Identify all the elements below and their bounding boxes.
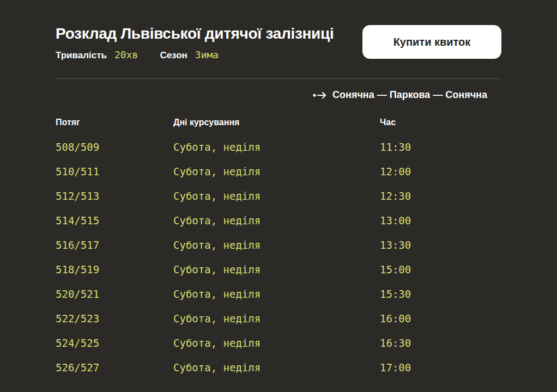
running-days: Субота, неділя bbox=[173, 264, 380, 275]
table-header-row: Потяг Дні курсування Час bbox=[56, 110, 501, 134]
schedule-table: Потяг Дні курсування Час 508/509 Субота,… bbox=[56, 110, 501, 379]
train-number: 522/523 bbox=[56, 313, 173, 324]
train-number: 510/511 bbox=[56, 166, 173, 177]
train-number: 526/527 bbox=[56, 362, 173, 373]
duration-label: Тривалість bbox=[56, 50, 107, 61]
table-row: 520/521 Субота, неділя 15:30 bbox=[56, 281, 501, 306]
departure-time: 12:00 bbox=[380, 166, 501, 177]
divider bbox=[56, 78, 501, 79]
table-row: 510/511 Субота, неділя 12:00 bbox=[56, 159, 501, 183]
running-days: Субота, неділя bbox=[173, 239, 380, 251]
train-number: 524/525 bbox=[56, 337, 173, 349]
meta-line: Тривалість 20хв Сезон Зима bbox=[56, 49, 334, 61]
departure-time: 16:30 bbox=[380, 337, 501, 349]
departure-time: 17:00 bbox=[380, 362, 501, 373]
route-arrow-icon bbox=[313, 91, 327, 100]
table-row: 518/519 Субота, неділя 15:00 bbox=[56, 257, 501, 281]
page-title: Розклад Львівської дитячої залізниці bbox=[56, 24, 334, 44]
table-row: 522/523 Субота, неділя 16:00 bbox=[56, 306, 501, 330]
table-row: 508/509 Субота, неділя 11:30 bbox=[56, 134, 501, 159]
departure-time: 15:30 bbox=[380, 288, 501, 300]
route-text: Сонячна — Паркова — Сонячна bbox=[332, 89, 487, 101]
page-header: Розклад Львівської дитячої залізниці Три… bbox=[56, 24, 501, 61]
table-row: 526/527 Субота, неділя 17:00 bbox=[56, 355, 501, 379]
running-days: Субота, неділя bbox=[173, 288, 380, 300]
table-row: 524/525 Субота, неділя 16:30 bbox=[56, 330, 501, 355]
departure-time: 13:00 bbox=[380, 215, 501, 226]
route-line: Сонячна — Паркова — Сонячна bbox=[56, 89, 501, 101]
column-header-time: Час bbox=[380, 118, 501, 127]
departure-time: 15:00 bbox=[380, 264, 501, 275]
column-header-train: Потяг bbox=[56, 118, 173, 127]
schedule-page: Розклад Львівської дитячої залізниці Три… bbox=[0, 0, 557, 392]
train-number: 508/509 bbox=[56, 141, 173, 153]
running-days: Субота, неділя bbox=[173, 313, 380, 324]
departure-time: 13:30 bbox=[380, 239, 501, 251]
duration-value: 20хв bbox=[114, 49, 138, 60]
running-days: Субота, неділя bbox=[173, 166, 380, 177]
train-number: 520/521 bbox=[56, 288, 173, 300]
departure-time: 11:30 bbox=[380, 141, 501, 153]
column-header-days: Дні курсування bbox=[173, 118, 380, 127]
train-number: 512/513 bbox=[56, 190, 173, 202]
season-label: Сезон bbox=[160, 50, 187, 61]
running-days: Субота, неділя bbox=[173, 362, 380, 373]
buy-ticket-button[interactable]: Купити квиток bbox=[362, 25, 501, 59]
train-number: 514/515 bbox=[56, 215, 173, 226]
train-number: 518/519 bbox=[56, 264, 173, 275]
running-days: Субота, неділя bbox=[173, 141, 380, 153]
season-value: Зима bbox=[195, 49, 219, 60]
departure-time: 12:30 bbox=[380, 190, 501, 202]
table-row: 514/515 Субота, неділя 13:00 bbox=[56, 208, 501, 232]
running-days: Субота, неділя bbox=[173, 337, 380, 349]
title-block: Розклад Львівської дитячої залізниці Три… bbox=[56, 24, 334, 61]
running-days: Субота, неділя bbox=[173, 215, 380, 226]
running-days: Субота, неділя bbox=[173, 190, 380, 202]
train-number: 516/517 bbox=[56, 239, 173, 251]
table-row: 512/513 Субота, неділя 12:30 bbox=[56, 183, 501, 208]
table-body: 508/509 Субота, неділя 11:30 510/511 Суб… bbox=[56, 134, 501, 379]
table-row: 516/517 Субота, неділя 13:30 bbox=[56, 232, 501, 257]
departure-time: 16:00 bbox=[380, 313, 501, 324]
